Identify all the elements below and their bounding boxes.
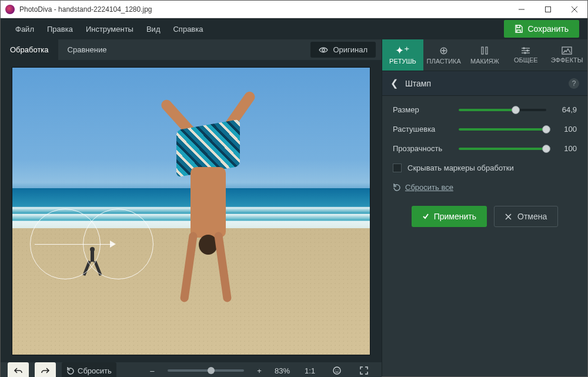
slider-size: Размер 64,9 xyxy=(393,105,577,114)
x-icon xyxy=(505,213,512,220)
check-icon xyxy=(422,213,429,220)
tab-general[interactable]: ОБЩЕЕ xyxy=(505,39,546,71)
feather-label: Растушевка xyxy=(393,125,452,134)
tab-retouch[interactable]: ✦⁺ РЕТУШЬ xyxy=(382,39,423,71)
redo-icon xyxy=(41,367,50,374)
svg-point-11 xyxy=(523,47,525,49)
svg-point-5 xyxy=(333,367,340,374)
apply-button[interactable]: Применить xyxy=(412,206,487,227)
undo-button[interactable] xyxy=(8,362,29,377)
back-button[interactable]: ❮ xyxy=(390,78,398,89)
tab-makeup[interactable]: МАКИЯЖ xyxy=(465,39,506,71)
eye-icon xyxy=(319,46,328,54)
tab-retouch-label: РЕТУШЬ xyxy=(389,58,416,65)
svg-point-4 xyxy=(322,48,325,51)
panel-title: Штамп xyxy=(405,79,431,88)
crosshair-icon: ⊕ xyxy=(439,45,448,56)
zoom-actual-button[interactable]: 1:1 xyxy=(299,362,320,377)
face-detect-button[interactable] xyxy=(326,362,348,377)
reset-all-icon xyxy=(393,184,400,191)
tab-effects[interactable]: ЭФФЕКТЫ xyxy=(546,39,587,71)
size-slider[interactable] xyxy=(459,109,546,111)
opacity-value: 100 xyxy=(553,144,577,153)
hide-markers-label: Скрывать маркеры обработки xyxy=(407,164,514,172)
close-icon xyxy=(572,6,577,12)
tab-compare[interactable]: Сравнение xyxy=(58,39,116,60)
size-label: Размер xyxy=(393,105,452,114)
menubar: Файл Правка Инструменты Вид Справка Сохр… xyxy=(1,18,587,39)
svg-rect-8 xyxy=(482,47,483,54)
fit-screen-button[interactable] xyxy=(353,362,375,377)
tab-processing[interactable]: Обработка xyxy=(1,39,58,60)
svg-rect-1 xyxy=(545,6,550,12)
makeup-icon xyxy=(479,45,490,56)
one-to-one-label: 1:1 xyxy=(305,366,315,375)
save-button[interactable]: Сохранить xyxy=(504,20,579,38)
svg-point-7 xyxy=(338,369,338,370)
opacity-label: Прозрачность xyxy=(393,144,452,153)
reset-all-label: Сбросить все xyxy=(405,183,453,192)
zoom-value: 83% xyxy=(275,366,290,375)
save-label: Сохранить xyxy=(527,24,569,34)
titlebar: PhotoDiva - handstand-2224104_1280.jpg xyxy=(1,1,587,18)
undo-icon xyxy=(14,367,23,374)
hide-markers-checkbox[interactable] xyxy=(393,164,402,172)
reset-icon xyxy=(66,367,74,375)
minimize-icon xyxy=(519,6,524,12)
menu-help[interactable]: Справка xyxy=(166,21,209,37)
main-figure xyxy=(148,85,278,343)
app-name: PhotoDiva xyxy=(19,5,52,14)
menu-file[interactable]: Файл xyxy=(9,21,41,37)
cancel-label: Отмена xyxy=(517,212,547,221)
reset-all-link[interactable]: Сбросить все xyxy=(393,183,577,192)
tab-effects-label: ЭФФЕКТЫ xyxy=(551,56,583,64)
menu-view[interactable]: Вид xyxy=(140,21,167,37)
zoom-in-button[interactable]: + xyxy=(253,362,265,377)
opacity-slider[interactable] xyxy=(459,148,546,150)
effects-icon xyxy=(562,46,572,55)
close-button[interactable] xyxy=(561,1,587,18)
svg-point-15 xyxy=(524,52,526,54)
svg-point-13 xyxy=(526,49,529,52)
panel-header: ❮ Штамп ? xyxy=(382,71,587,96)
tab-liquify[interactable]: ⊕ ПЛАСТИКА xyxy=(423,39,465,71)
feather-value: 100 xyxy=(553,125,577,134)
cancel-button[interactable]: Отмена xyxy=(494,206,558,227)
original-label: Оригинал xyxy=(333,45,368,54)
zoom-out-button[interactable]: – xyxy=(146,362,158,377)
menu-edit[interactable]: Правка xyxy=(41,21,79,37)
bystander xyxy=(83,247,101,279)
tab-general-label: ОБЩЕЕ xyxy=(514,56,538,64)
filename: handstand-2224104_1280.jpg xyxy=(58,5,152,14)
image-canvas[interactable] xyxy=(12,67,370,355)
help-button[interactable]: ? xyxy=(569,78,579,89)
apply-label: Применить xyxy=(434,212,476,221)
feather-slider[interactable] xyxy=(459,128,546,131)
original-toggle[interactable]: Оригинал xyxy=(310,42,376,58)
bottom-toolbar: Сбросить – + 83% 1:1 xyxy=(1,362,382,377)
slider-opacity: Прозрачность 100 xyxy=(393,144,577,153)
save-icon xyxy=(514,25,523,33)
size-value: 64,9 xyxy=(553,105,577,114)
menu-tools[interactable]: Инструменты xyxy=(79,21,140,37)
sparkle-icon: ✦⁺ xyxy=(395,45,410,56)
expand-icon xyxy=(360,366,368,375)
tab-makeup-label: МАКИЯЖ xyxy=(470,58,499,65)
maximize-button[interactable] xyxy=(534,1,561,18)
maximize-icon xyxy=(545,6,551,12)
app-icon xyxy=(5,5,15,14)
reset-button[interactable]: Сбросить xyxy=(62,362,116,377)
hide-markers-row[interactable]: Скрывать маркеры обработки xyxy=(393,164,577,172)
svg-point-6 xyxy=(335,369,336,370)
minimize-button[interactable] xyxy=(508,1,534,18)
zoom-slider[interactable] xyxy=(168,369,244,372)
face-icon xyxy=(332,366,342,375)
reset-label: Сбросить xyxy=(78,366,112,375)
redo-button[interactable] xyxy=(35,362,56,377)
tab-liquify-label: ПЛАСТИКА xyxy=(427,58,461,65)
window-title: PhotoDiva - handstand-2224104_1280.jpg xyxy=(19,5,508,14)
right-panel: ✦⁺ РЕТУШЬ ⊕ ПЛАСТИКА МАКИЯЖ xyxy=(382,39,587,376)
sliders-icon xyxy=(520,46,531,55)
svg-rect-9 xyxy=(486,47,487,54)
tool-category-tabs: ✦⁺ РЕТУШЬ ⊕ ПЛАСТИКА МАКИЯЖ xyxy=(382,39,587,71)
